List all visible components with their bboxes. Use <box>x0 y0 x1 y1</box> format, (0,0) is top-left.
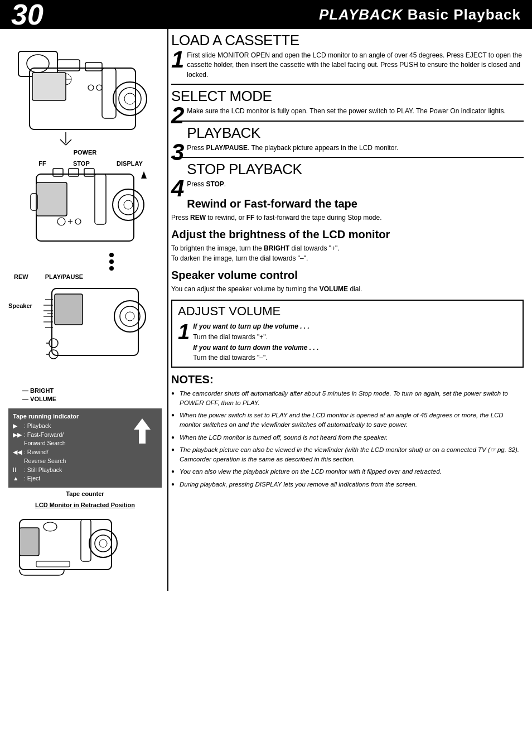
svg-point-55 <box>89 529 117 557</box>
display-label: DISPLAY <box>117 160 143 167</box>
adjust-number: 1 <box>178 321 190 343</box>
svg-point-39 <box>125 312 134 321</box>
rewind-text: Press REW to rewind, or FF to fast-forwa… <box>171 213 524 223</box>
section2-number: 2 <box>171 104 184 127</box>
svg-rect-25 <box>95 174 106 224</box>
section4-bold: STOP <box>206 180 224 188</box>
controls-labels: FF STOP DISPLAY <box>8 160 162 167</box>
notes-list: The camcorder shuts off automatically af… <box>171 389 524 489</box>
camera-top-diagram <box>13 35 158 146</box>
svg-rect-26 <box>36 182 67 216</box>
svg-rect-21 <box>84 168 94 176</box>
note-6: During playback, pressing DISPLAY lets y… <box>171 480 524 489</box>
brightness-text: To brighten the image, turn the BRIGHT d… <box>171 243 524 263</box>
rew-play-labels: REW PLAY/PAUSE <box>8 273 162 280</box>
speaker-section: Speaker <box>8 283 162 385</box>
section1-header: LOAD A CASSETTE <box>171 32 524 49</box>
svg-point-2 <box>27 55 49 73</box>
section-load-cassette: LOAD A CASSETTE 1 First slide MONITOR OP… <box>171 29 524 83</box>
adjust-line1-italic: If you want to turn up the volume . . . <box>193 322 309 330</box>
svg-point-59 <box>43 522 57 531</box>
svg-point-34 <box>109 266 114 271</box>
section4-text: Press STOP. <box>187 180 524 189</box>
speaker-label: Speaker <box>8 283 32 309</box>
svg-point-56 <box>95 535 112 552</box>
svg-rect-47 <box>55 294 83 325</box>
note-5: You can also view the playback picture o… <box>171 467 524 476</box>
bright-volume-labels: — BRIGHT — VOLUME <box>8 387 162 404</box>
svg-point-23 <box>118 195 138 215</box>
svg-rect-61 <box>36 561 70 567</box>
svg-point-12 <box>88 85 94 90</box>
power-label: POWER <box>8 149 162 156</box>
svg-point-13 <box>96 85 102 90</box>
bright-label: — BRIGHT <box>22 387 162 395</box>
section1-text: First slide MONITOR OPEN and open the LC… <box>187 51 524 80</box>
svg-point-4 <box>119 88 141 110</box>
svg-point-5 <box>124 93 136 104</box>
adjust-volume-box: ADJUST VOLUME 1 If you want to turn up t… <box>171 300 524 367</box>
right-column: LOAD A CASSETTE 1 First slide MONITOR OP… <box>167 29 532 591</box>
camera-lower-diagram <box>35 283 152 385</box>
rewind-ff-bold: FF <box>246 214 255 221</box>
svg-point-24 <box>124 200 133 209</box>
svg-point-3 <box>113 82 147 115</box>
header-title-normal: Basic Playback <box>403 6 521 23</box>
adjust-content: If you want to turn up the volume . . . … <box>193 321 517 363</box>
header-title: PLAYBACK Basic Playback <box>319 6 521 23</box>
tape-row-2: ▶▶: Fast-Forward/Forward Search <box>13 431 127 449</box>
play-pause-label: PLAY/PAUSE <box>45 273 83 280</box>
section-playback: PLAYBACK 3 Press PLAY/PAUSE. The playbac… <box>171 121 524 156</box>
left-column: POWER FF STOP DISPLAY <box>0 29 167 591</box>
svg-point-37 <box>114 301 146 332</box>
tape-indicator-title: Tape running indicator <box>13 413 127 420</box>
svg-rect-7 <box>85 62 102 71</box>
svg-rect-58 <box>20 528 39 556</box>
stop-label: STOP <box>73 160 90 167</box>
lcd-monitor-label: LCD Monitor in Retracted Position <box>8 502 162 508</box>
section4-number: 4 <box>171 177 184 200</box>
svg-line-17 <box>66 139 71 145</box>
svg-point-38 <box>120 306 140 326</box>
rewind-heading: Rewind or Fast-forward the tape <box>171 198 524 210</box>
section2-text: Make sure the LCD monitor is fully open.… <box>187 107 524 116</box>
svg-rect-20 <box>69 168 79 176</box>
svg-point-22 <box>113 189 144 220</box>
note-1: The camcorder shuts off automatically af… <box>171 389 524 408</box>
camera-bottom-diagram <box>8 511 162 585</box>
section1-number: 1 <box>171 48 184 71</box>
section4-header: STOP PLAYBACK <box>171 161 524 178</box>
tape-row-3: ◀◀: Rewind/Reverse Search <box>13 448 127 466</box>
note-2: When the power switch is set to PLAY and… <box>171 411 524 430</box>
page-number: 30 <box>11 0 43 29</box>
svg-point-33 <box>109 259 114 264</box>
notes-heading: NOTES: <box>171 373 524 386</box>
note-3: When the LCD monitor is turned off, soun… <box>171 433 524 442</box>
bright-bold: BRIGHT <box>264 244 289 252</box>
adjust-line1-text: Turn the dial towards "+". <box>193 333 268 341</box>
adjust-line2-text: Turn the dial towards "–". <box>193 354 267 362</box>
rew-label: REW <box>14 273 28 280</box>
tape-row-1: ▶: Playback <box>13 422 127 431</box>
svg-marker-52 <box>134 418 151 430</box>
tape-indicator-box: Tape running indicator ▶: Playback ▶▶: F… <box>8 408 162 488</box>
tape-counter-label: Tape counter <box>8 490 162 497</box>
rewind-rew-bold: REW <box>190 214 206 221</box>
svg-point-27 <box>57 218 65 225</box>
svg-point-30 <box>75 219 81 224</box>
svg-rect-53 <box>139 430 146 444</box>
section-select-mode: SELECT MODE 2 Make sure the LCD monitor … <box>171 84 524 119</box>
adjust-volume-header: ADJUST VOLUME <box>178 304 517 319</box>
header-title-italic: PLAYBACK <box>319 6 403 23</box>
section3-header: PLAYBACK <box>171 124 524 142</box>
volume-bold: VOLUME <box>320 285 348 293</box>
speaker-volume-heading: Speaker volume control <box>171 269 524 282</box>
section3-number: 3 <box>171 141 184 164</box>
adjust-line2-italic: If you want to turn down the volume . . … <box>193 344 318 351</box>
svg-rect-6 <box>57 60 80 71</box>
svg-point-57 <box>99 540 107 547</box>
camera-mid-section <box>8 168 162 273</box>
section-stop-playback: STOP PLAYBACK 4 Press STOP. <box>171 157 524 192</box>
svg-line-16 <box>60 139 66 145</box>
svg-point-48 <box>49 339 58 348</box>
